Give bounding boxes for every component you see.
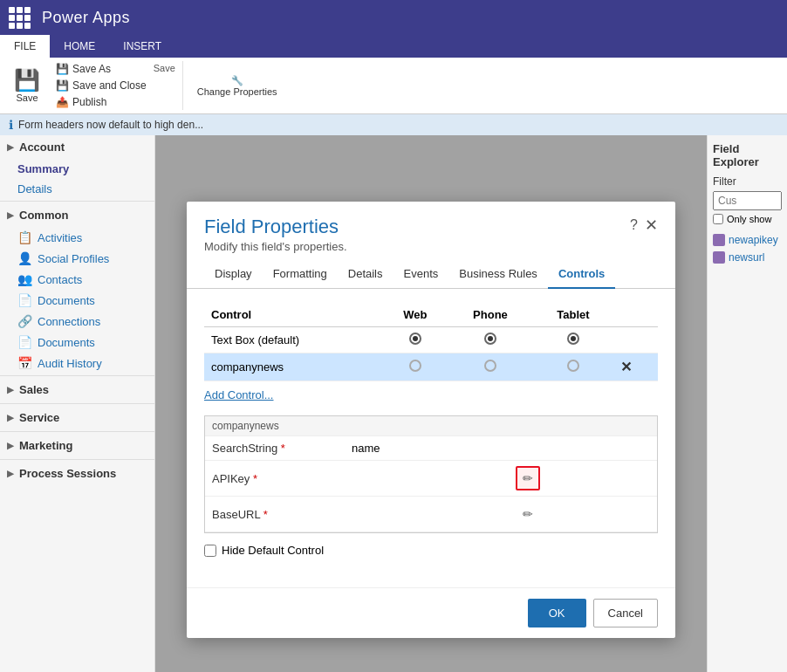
control-col-header: Control bbox=[204, 303, 382, 327]
tab-business-rules[interactable]: Business Rules bbox=[448, 260, 548, 289]
action-col-header bbox=[613, 303, 658, 327]
tab-display[interactable]: Display bbox=[204, 260, 263, 289]
divider-5 bbox=[0, 459, 154, 460]
companynews-tablet-cell[interactable] bbox=[533, 353, 614, 381]
center-area: Field Properties Modify this field's pro… bbox=[155, 135, 707, 672]
sidebar-section-marketing[interactable]: ▶ Marketing bbox=[0, 434, 154, 457]
web-radio-companynews[interactable] bbox=[409, 360, 421, 372]
modal-overlay: Field Properties Modify this field's pro… bbox=[155, 135, 707, 672]
documents-icon: 📄 bbox=[17, 293, 32, 307]
only-show-row: Only show bbox=[713, 214, 782, 224]
sidebar-section-sales[interactable]: ▶ Sales bbox=[0, 378, 154, 401]
property-row-baseurl: BaseURL * ✏ bbox=[205, 497, 657, 532]
tab-home[interactable]: HOME bbox=[50, 35, 109, 58]
phone-radio-companynews[interactable] bbox=[484, 360, 496, 372]
sidebar-item-documents[interactable]: 📄 Documents bbox=[0, 290, 154, 311]
save-as-button[interactable]: 💾 Save As bbox=[51, 61, 152, 77]
phone-radio-cell[interactable] bbox=[448, 327, 532, 353]
sidebar-section-service[interactable]: ▶ Service bbox=[0, 406, 154, 429]
divider-1 bbox=[0, 201, 154, 202]
divider-4 bbox=[0, 431, 154, 432]
ribbon-save-group: 💾 Save 💾 Save As 💾 Save and Close 📤 Publ… bbox=[7, 61, 183, 110]
modal-footer: OK Cancel bbox=[187, 587, 675, 638]
tab-events[interactable]: Events bbox=[394, 260, 449, 289]
field-explorer-title: Field Explorer bbox=[713, 142, 782, 168]
table-row[interactable]: companynews ✕ bbox=[204, 353, 658, 381]
delete-companynews-button[interactable]: ✕ bbox=[620, 359, 632, 375]
top-bar: Power Apps bbox=[0, 0, 787, 35]
sidebar-item-activities[interactable]: 📋 Activities bbox=[0, 227, 154, 248]
sidebar: ▶ Account Summary Details ▶ Common 📋 Act… bbox=[0, 135, 155, 672]
change-properties-button[interactable]: 🔧 Change Properties bbox=[190, 72, 284, 100]
modal-actions: ? ✕ bbox=[630, 216, 658, 235]
add-control-link[interactable]: Add Control... bbox=[204, 388, 274, 401]
divider-2 bbox=[0, 375, 154, 376]
cancel-button[interactable]: Cancel bbox=[593, 599, 658, 627]
modal-help-button[interactable]: ? bbox=[630, 217, 638, 233]
tablet-radio-companynews[interactable] bbox=[567, 360, 579, 372]
connections-icon: 🔗 bbox=[17, 314, 32, 328]
field-item-newapikey[interactable]: newapikey bbox=[713, 231, 782, 249]
tab-details[interactable]: Details bbox=[338, 260, 394, 289]
tab-controls[interactable]: Controls bbox=[548, 260, 615, 289]
companynews-web-cell[interactable] bbox=[382, 353, 448, 381]
filter-label: Filter bbox=[713, 175, 782, 188]
ribbon: FILE HOME INSERT 💾 Save 💾 Save As 💾 Save… bbox=[0, 35, 787, 114]
modal-header-text: Field Properties Modify this field's pro… bbox=[204, 216, 347, 253]
sidebar-item-details[interactable]: Details bbox=[0, 179, 154, 199]
tab-file[interactable]: FILE bbox=[0, 35, 50, 58]
controls-table: Control Web Phone Tablet Text Box (defau… bbox=[204, 303, 658, 381]
baseurl-edit-cell: ✏ bbox=[509, 497, 657, 532]
save-close-button[interactable]: 💾 Save and Close bbox=[51, 78, 152, 93]
only-show-checkbox[interactable] bbox=[713, 214, 723, 224]
filter-input[interactable] bbox=[713, 191, 782, 210]
web-radio-cell[interactable] bbox=[382, 327, 448, 353]
baseurl-edit-button[interactable]: ✏ bbox=[516, 502, 540, 526]
field-item-newsurl[interactable]: newsurl bbox=[713, 249, 782, 266]
modal-header: Field Properties Modify this field's pro… bbox=[187, 202, 675, 260]
properties-icon: 🔧 bbox=[231, 75, 243, 86]
ok-button[interactable]: OK bbox=[528, 599, 586, 627]
sidebar-item-connections[interactable]: 🔗 Connections bbox=[0, 311, 154, 332]
waffle-icon[interactable] bbox=[9, 7, 35, 29]
tablet-radio-textbox[interactable] bbox=[567, 333, 579, 345]
field-item-icon bbox=[713, 234, 725, 246]
tab-insert[interactable]: INSERT bbox=[109, 35, 175, 58]
baseurl-value bbox=[345, 497, 509, 532]
save-button[interactable]: 💾 Save bbox=[7, 65, 47, 106]
phone-radio-textbox[interactable] bbox=[484, 333, 496, 345]
searchstring-label: SearchString * bbox=[205, 436, 345, 461]
hide-default-label: Hide Default Control bbox=[222, 544, 324, 557]
sidebar-section-common[interactable]: ▶ Common bbox=[0, 203, 154, 227]
sidebar-item-summary[interactable]: Summary bbox=[0, 159, 154, 179]
modal-body: Control Web Phone Tablet Text Box (defau… bbox=[187, 289, 675, 587]
companynews-phone-cell[interactable] bbox=[448, 353, 532, 381]
info-bar: ℹ Form headers now default to high den..… bbox=[0, 114, 787, 135]
sidebar-item-documents2[interactable]: 📄 Documents bbox=[0, 332, 154, 353]
save-group-label: Save bbox=[154, 63, 175, 73]
property-row-apikey: APIKey * ✏ bbox=[205, 461, 657, 497]
web-radio-textbox[interactable] bbox=[409, 333, 421, 345]
required-star-2: * bbox=[253, 472, 257, 485]
sidebar-item-contacts[interactable]: 👥 Contacts bbox=[0, 269, 154, 290]
publish-button[interactable]: 📤 Publish bbox=[51, 94, 152, 110]
tablet-radio-cell[interactable] bbox=[533, 327, 614, 353]
documents2-icon: 📄 bbox=[17, 335, 32, 349]
publish-icon: 📤 bbox=[56, 96, 69, 108]
modal-close-button[interactable]: ✕ bbox=[645, 216, 658, 235]
common-arrow-icon: ▶ bbox=[7, 210, 14, 220]
sidebar-section-process-sessions[interactable]: ▶ Process Sessions bbox=[0, 462, 154, 485]
field-properties-modal: Field Properties Modify this field's pro… bbox=[187, 202, 675, 638]
sidebar-section-account[interactable]: ▶ Account bbox=[0, 135, 154, 159]
sidebar-item-audit-history[interactable]: 📅 Audit History bbox=[0, 353, 154, 374]
delete-cell bbox=[613, 327, 658, 353]
modal-subtitle: Modify this field's properties. bbox=[204, 240, 347, 253]
tab-formatting[interactable]: Formatting bbox=[263, 260, 338, 289]
property-section-title: companynews bbox=[205, 416, 657, 436]
apikey-edit-button[interactable]: ✏ bbox=[516, 466, 540, 490]
sidebar-item-social-profiles[interactable]: 👤 Social Profiles bbox=[0, 248, 154, 269]
ribbon-small-buttons: 💾 Save As 💾 Save and Close 📤 Publish bbox=[51, 61, 152, 110]
hide-default-checkbox[interactable] bbox=[204, 545, 216, 557]
marketing-arrow-icon: ▶ bbox=[7, 441, 14, 450]
searchstring-edit-cell bbox=[509, 436, 657, 461]
